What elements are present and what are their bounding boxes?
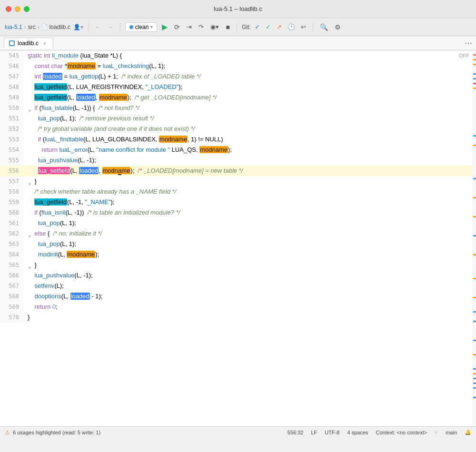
toolbar-separator-3 bbox=[237, 22, 237, 32]
code-line-568: 568 dooptions(L, loaded - 1); bbox=[0, 291, 476, 302]
scroll-indicator-dot bbox=[473, 397, 476, 398]
branch-label: clean bbox=[135, 24, 149, 30]
branch-chevron-icon: ▾ bbox=[150, 24, 153, 29]
code-line-569: 569 return 0; bbox=[0, 302, 476, 312]
code-line-557: 557 } ▼ bbox=[0, 176, 476, 187]
status-bar: ⚠ 6 usages highlighted (read: 5 write: 1… bbox=[0, 426, 476, 438]
scroll-indicator-dot bbox=[473, 197, 476, 198]
code-line-551: 551 lua_pop(L, 1); /* remove previous re… bbox=[0, 113, 476, 124]
code-line-553: 553 if (luaL_findtable(L, LUA_GLOBALSIND… bbox=[0, 134, 476, 145]
toolbar-separator-2 bbox=[120, 22, 120, 32]
code-line-545: 545 static int ll_module (lua_State *L) … bbox=[0, 50, 476, 61]
git-arrow-button[interactable]: ↗ bbox=[275, 22, 284, 31]
tab-loadlib[interactable]: loadlib.c × bbox=[4, 38, 53, 49]
maximize-button[interactable] bbox=[24, 6, 30, 12]
editor: 545 static int ll_module (lua_State *L) … bbox=[0, 50, 476, 426]
title-bar: lua-5.1 – loadlib.c bbox=[0, 0, 476, 18]
search-button[interactable]: 🔍 bbox=[318, 22, 330, 32]
scroll-indicator-dot bbox=[473, 216, 476, 217]
run-button[interactable]: ▶ bbox=[160, 21, 169, 32]
step-over-button[interactable]: ⇥ bbox=[185, 22, 194, 31]
scroll-indicator-dot bbox=[473, 73, 476, 75]
off-badge: OFF bbox=[459, 50, 469, 61]
toolbar-separator-4 bbox=[313, 22, 313, 32]
code-line-552: 552 /* try global variable (and create o… bbox=[0, 124, 476, 134]
cursor-position[interactable]: 556:32 bbox=[288, 430, 304, 435]
scroll-indicator-dot bbox=[473, 145, 476, 146]
scroll-indicator-dot bbox=[473, 83, 476, 84]
step-into-button[interactable]: ↷ bbox=[197, 22, 206, 31]
indent[interactable]: 4 spaces bbox=[347, 430, 368, 435]
scroll-indicator-dot bbox=[473, 311, 476, 313]
scroll-indicator-dot bbox=[473, 235, 476, 236]
status-usages: 6 usages highlighted (read: 5 write: 1) bbox=[13, 430, 100, 435]
line-ending[interactable]: LF bbox=[311, 430, 317, 435]
reload-button[interactable]: ⟳ bbox=[172, 22, 182, 32]
src-label[interactable]: src bbox=[28, 24, 36, 30]
branch-icon: ⑂ bbox=[435, 430, 438, 435]
project-label[interactable]: lua-5.1 bbox=[5, 24, 22, 30]
scroll-indicator-dot bbox=[473, 88, 476, 89]
scroll-indicator-dot bbox=[473, 321, 476, 322]
code-line-561: 561 lua_pop(L, 1); bbox=[0, 218, 476, 228]
forward-button[interactable]: → bbox=[106, 23, 115, 31]
notification-icon[interactable]: 🔔 bbox=[465, 429, 471, 435]
git-check-button[interactable]: ✓ bbox=[264, 22, 273, 31]
settings-button[interactable]: ⚙ bbox=[333, 22, 343, 32]
scroll-indicators[interactable] bbox=[472, 50, 476, 426]
git-section: Git: ✓ ✓ ↗ 🕐 ↩ bbox=[242, 22, 308, 31]
scroll-indicator-dot bbox=[473, 373, 476, 374]
scroll-indicator-dot bbox=[473, 340, 476, 341]
breadcrumb: lua-5.1 › src › 📄 loadlib.c bbox=[5, 24, 70, 30]
scroll-indicator-dot bbox=[473, 378, 476, 379]
scroll-indicator-dot bbox=[473, 254, 476, 255]
code-line-566: 566 lua_pushvalue(L, -1); bbox=[0, 270, 476, 281]
git-tick-button[interactable]: ✓ bbox=[253, 22, 262, 31]
stop-button[interactable]: ■ bbox=[224, 22, 231, 32]
warning-icon: ⚠ bbox=[5, 429, 10, 436]
scroll-indicator-dot bbox=[473, 297, 476, 298]
code-line-570: 570 } bbox=[0, 312, 476, 323]
tab-menu-button[interactable]: ⋯ bbox=[465, 39, 472, 48]
code-line-567: 567 setfenv(L); bbox=[0, 281, 476, 291]
scroll-indicator-dot bbox=[473, 387, 476, 389]
coverage-button[interactable]: ◉▾ bbox=[208, 22, 221, 31]
back-button[interactable]: ← bbox=[93, 23, 103, 31]
branch-name[interactable]: main bbox=[446, 430, 457, 435]
git-history-button[interactable]: 🕐 bbox=[286, 22, 297, 31]
tab-label: loadlib.c bbox=[18, 40, 39, 47]
tab-close-button[interactable]: × bbox=[41, 40, 48, 47]
toolbar: lua-5.1 › src › 📄 loadlib.c 👤▾ ← → clean… bbox=[0, 18, 476, 36]
branch-selector[interactable]: clean ▾ bbox=[125, 22, 158, 32]
code-line-546: 546 const char *modname = luaL_checkstri… bbox=[0, 61, 476, 71]
traffic-lights bbox=[6, 6, 30, 12]
encoding[interactable]: UTF-8 bbox=[325, 430, 339, 435]
scroll-indicator-dot bbox=[473, 54, 476, 56]
tab-bar: loadlib.c × ⋯ bbox=[0, 36, 476, 50]
scroll-indicator-dot bbox=[473, 368, 476, 370]
code-line-563: 563 lua_pop(L, 1); bbox=[0, 239, 476, 249]
scroll-indicator-dot bbox=[473, 383, 476, 384]
git-label: Git: bbox=[242, 24, 251, 30]
code-line-555: 555 lua_pushvalue(L, -1); bbox=[0, 155, 476, 166]
code-line-560: 560 if (!lua_isnil(L, -1)) /* is table a… bbox=[0, 207, 476, 218]
code-line-558: 558 /* check whether table already has a… bbox=[0, 187, 476, 197]
code-line-547: 547 int loaded = lua_gettop(L) + 1; /* i… bbox=[0, 71, 476, 82]
code-line-554: 554 return luaL_error(L, "name conflict … bbox=[0, 145, 476, 155]
window-title: lua-5.1 – loadlib.c bbox=[214, 5, 262, 12]
code-line-564: 564 modinit(L, modname); bbox=[0, 249, 476, 260]
scroll-indicator-dot bbox=[473, 59, 476, 60]
close-button[interactable] bbox=[6, 6, 11, 12]
file-label[interactable]: 📄 loadlib.c bbox=[41, 24, 70, 30]
toolbar-separator-1 bbox=[88, 22, 89, 32]
git-undo-button[interactable]: ↩ bbox=[299, 22, 308, 31]
minimize-button[interactable] bbox=[15, 6, 20, 12]
code-line-549: 549 lua_getfield(L, loaded, modname); /*… bbox=[0, 92, 476, 103]
code-line-565: 565 } ▼ bbox=[0, 260, 476, 270]
code-line-550: 550 if (!lua_istable(L, -1)) { /* not fo… bbox=[0, 103, 476, 113]
scroll-indicator-dot bbox=[473, 135, 476, 137]
scroll-indicator-dot bbox=[473, 278, 476, 279]
code-line-548: 548 lua_getfield(L, LUA_REGISTRYINDEX, "… bbox=[0, 82, 476, 92]
scroll-indicator-dot bbox=[473, 78, 476, 79]
code-line-562: 562 else { /* no; initialize it */ ▼ bbox=[0, 228, 476, 239]
